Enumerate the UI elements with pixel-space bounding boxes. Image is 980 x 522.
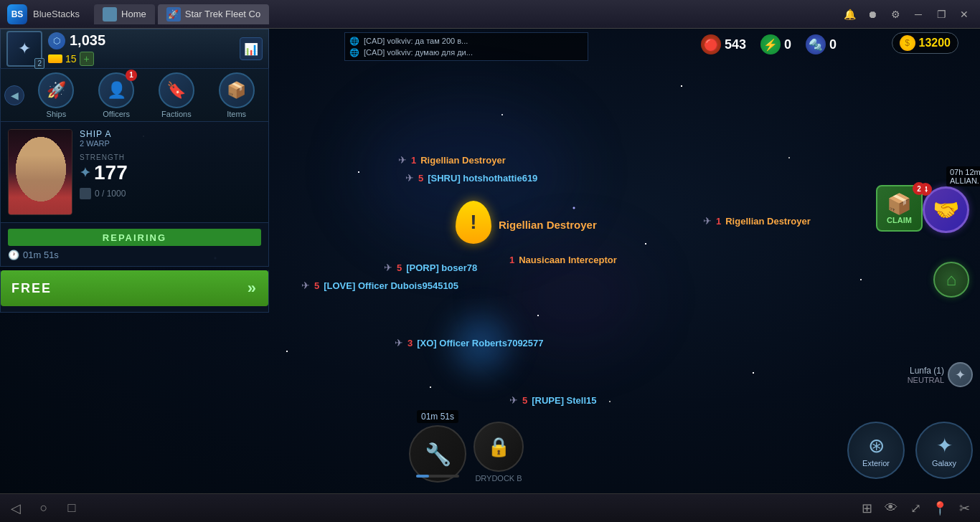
- entity-porp[interactable]: ✈ 5 [PORP] boser78: [384, 262, 477, 273]
- home-task-icon[interactable]: ○: [35, 500, 52, 517]
- ship-name: SHIP A: [80, 129, 261, 139]
- entity-name-3: [PORP] boser78: [406, 262, 477, 273]
- home-tab-icon: [103, 7, 117, 22]
- globe-icon-2: 🌐: [349, 48, 359, 57]
- officers-badge: 1: [126, 70, 137, 81]
- material-resource: 🔩 0: [806, 34, 837, 54]
- claim-label: CLAIM: [887, 216, 912, 224]
- officer-portrait: [8, 129, 72, 215]
- entity-nausicaan[interactable]: 1 Nausicaan Interceptor: [509, 255, 617, 265]
- taskbar-right: ⊞ 👁 ⤢ 📍 ✂: [858, 500, 973, 517]
- drydock-lock-icon: 🔒: [473, 422, 524, 472]
- entity-love[interactable]: ✈ 5 [LOVE] Officer Dubois9545105: [301, 280, 458, 291]
- drydock-slot-b[interactable]: 🔒 DRYDOCK B: [473, 422, 524, 483]
- scissors-icon[interactable]: ✂: [956, 500, 973, 517]
- bluestacks-logo: BS: [7, 4, 27, 24]
- drydock-label: DRYDOCK B: [475, 474, 522, 483]
- ship-sprite-1: ✈: [398, 154, 407, 166]
- record-icon[interactable]: ⏺: [864, 6, 881, 23]
- free-button[interactable]: FREE »: [1, 270, 268, 306]
- alliance-button[interactable]: 07h 12m ALLIAN... 🤝 4: [923, 186, 973, 237]
- claim-button[interactable]: 📦 CLAIM 2: [876, 185, 923, 232]
- neutral-text: Lunfa (1) NEUTRAL: [908, 366, 944, 384]
- chat-message-2: 🌐 [CAD] volkviv: думаю для ди...: [349, 47, 583, 58]
- entity-rupe[interactable]: ✈ 5 [RUPE] Stell15: [509, 394, 597, 406]
- nav-item-items[interactable]: 📦 Items: [219, 72, 255, 118]
- titlebar-left: BS BlueStacks: [0, 4, 87, 24]
- top-resources: 🔴 543 ⚡ 0 🔩 0: [701, 34, 837, 54]
- cargo-value: 0 / 1000: [95, 189, 126, 199]
- drydock-timer: 01m 51s: [417, 410, 458, 423]
- currency-value: 13200: [919, 37, 951, 49]
- chat-area: 🌐 [CAD] volkviv: да там 200 в... 🌐 [CAD]…: [344, 32, 588, 61]
- bell-icon[interactable]: 🔔: [841, 6, 858, 23]
- chart-icon[interactable]: 📊: [240, 37, 263, 60]
- ship-sprite-5: ✈: [395, 337, 403, 348]
- repair-bar: REPAIRING: [8, 229, 261, 246]
- eye-icon[interactable]: 👁: [882, 500, 900, 517]
- game-area: 🌐 [CAD] volkviv: да там 200 в... 🌐 [CAD]…: [0, 29, 980, 493]
- items-icon: 📦: [219, 72, 255, 108]
- nav-item-factions[interactable]: 🔖 Factions: [159, 72, 194, 118]
- ship-stats: SHIP A 2 WARP STRENGTH ✦ 177 0 / 1000: [80, 129, 261, 215]
- galaxy-button[interactable]: ✦ Galaxy: [915, 422, 973, 479]
- premium-currency[interactable]: $ 13200: [892, 32, 959, 54]
- nav-item-officers[interactable]: 👤 1 Officers: [98, 72, 134, 118]
- factions-label: Factions: [161, 110, 192, 118]
- entity-rigellian-warning[interactable]: Rigellian Destroyer: [499, 219, 597, 231]
- entity-xo[interactable]: ✈ 3 [XO] Officer Roberts7092577: [395, 337, 544, 348]
- ships-label: Ships: [47, 110, 67, 118]
- entity-rigellian-right[interactable]: ✈ 1 Rigellian Destroyer: [703, 215, 811, 227]
- taskbar: ◁ ○ □ ⊞ 👁 ⤢ 📍 ✂: [0, 493, 980, 522]
- navigation-bar: ◀ 🚀 Ships 👤 1 Officers 🔖 Factions 📦: [0, 68, 269, 122]
- entity-name-6: [XO] Officer Roberts7092577: [417, 338, 543, 348]
- timer-value: 01m 51s: [23, 250, 59, 260]
- claim-badge: 2: [913, 182, 925, 195]
- entity-rigellian-1[interactable]: ✈ 1 Rigellian Destroyer: [398, 154, 506, 166]
- minimize-button[interactable]: ─: [910, 6, 927, 23]
- expand-icon[interactable]: ⤢: [907, 500, 924, 517]
- ship-info-panel: SHIP A 2 WARP STRENGTH ✦ 177 0 / 1000: [0, 122, 269, 223]
- neutral-indicator: Lunfa (1) NEUTRAL ✦: [908, 362, 973, 387]
- settings-icon[interactable]: ⚙: [887, 6, 904, 23]
- exterior-label: Exterior: [862, 459, 890, 468]
- home-tab-label: Home: [121, 9, 146, 19]
- nav-item-ships[interactable]: 🚀 Ships: [38, 72, 74, 118]
- ship-emblem: 2: [6, 31, 42, 67]
- keyboard-icon[interactable]: ⊞: [858, 500, 875, 517]
- ship-sprite-4: ✈: [301, 280, 310, 291]
- entity-shru[interactable]: ✈ 5 [SHRU] hotshothattie619: [405, 172, 537, 184]
- drydock-panel: 01m 51s 🔧 🔒 DRYDOCK B: [409, 410, 524, 483]
- strength-value: ✦ 177: [80, 161, 261, 184]
- bottom-right-buttons: ⊛ Exterior ✦ Galaxy: [847, 422, 973, 479]
- home-button[interactable]: ⌂: [933, 262, 969, 298]
- app-name: BlueStacks: [33, 9, 80, 19]
- neutral-icon: ✦: [948, 362, 973, 387]
- fuel-resource: 🔴 543: [701, 34, 746, 54]
- drydock-slot-a[interactable]: 01m 51s 🔧: [409, 410, 466, 483]
- location-icon[interactable]: 📍: [931, 500, 948, 517]
- back-icon[interactable]: ◁: [7, 500, 24, 517]
- home-tab[interactable]: Home: [94, 4, 155, 24]
- left-panel: 2 ⬡ 1,035 15 + 📊 ◀ 🚀 Ships: [0, 29, 269, 313]
- nav-left-arrow[interactable]: ◀: [4, 85, 24, 105]
- warning-marker[interactable]: [456, 201, 499, 251]
- recents-icon[interactable]: □: [63, 500, 80, 517]
- add-gold-button[interactable]: +: [80, 52, 94, 66]
- items-label: Items: [227, 110, 246, 118]
- chevrons-icon: »: [248, 279, 258, 298]
- restore-button[interactable]: ❐: [933, 6, 950, 23]
- exterior-icon: ⊛: [868, 434, 885, 457]
- neutral-name: Lunfa (1): [908, 366, 944, 376]
- gold-bar: 15 +: [48, 52, 240, 66]
- ship-sprite-3: ✈: [384, 262, 392, 273]
- energy-resource: ⚡ 0: [760, 34, 791, 54]
- ship-header: 2 ⬡ 1,035 15 + 📊: [0, 29, 269, 68]
- close-button[interactable]: ✕: [956, 6, 973, 23]
- cargo-row: 0 / 1000: [80, 188, 261, 199]
- game-tab[interactable]: 🚀 Star Trek Fleet Co: [158, 4, 269, 24]
- exterior-button[interactable]: ⊛ Exterior: [847, 422, 905, 479]
- titlebar: BS BlueStacks Home 🚀 Star Trek Fleet Co …: [0, 0, 980, 29]
- ship-sprite-6: ✈: [509, 394, 518, 406]
- galaxy-label: Galaxy: [932, 459, 956, 468]
